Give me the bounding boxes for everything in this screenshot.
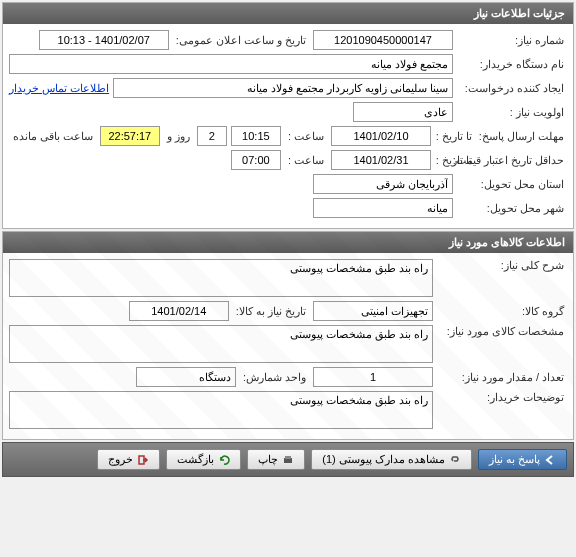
unit-input[interactable] <box>136 367 236 387</box>
action-bar: پاسخ به نیاز مشاهده مدارک پیوستی (1) چاپ… <box>2 442 574 477</box>
need-number-input[interactable] <box>313 30 453 50</box>
panel2-body: شرح کلی نیاز: گروه کالا: تاریخ نیاز به ک… <box>3 253 573 439</box>
priority-label: اولویت نیاز : <box>457 106 567 119</box>
priority-input[interactable] <box>353 102 453 122</box>
panel2-header: اطلاعات کالاهای مورد نیاز <box>3 232 573 253</box>
time-label-1: ساعت : <box>285 130 327 143</box>
goods-spec-label: مشخصات کالای مورد نیاز: <box>437 325 567 338</box>
need-by-date-input[interactable] <box>129 301 229 321</box>
exit-icon <box>137 454 149 466</box>
public-announce-label: تاریخ و ساعت اعلان عمومی: <box>173 34 309 47</box>
exit-button[interactable]: خروج <box>97 449 160 470</box>
printer-icon <box>282 454 294 466</box>
quantity-input[interactable] <box>313 367 433 387</box>
undo-icon <box>218 454 230 466</box>
arrow-left-icon <box>544 454 556 466</box>
days-and-label: روز و <box>164 130 193 143</box>
attachments-button[interactable]: مشاهده مدارک پیوستی (1) <box>311 449 472 470</box>
province-label: استان محل تحویل: <box>457 178 567 191</box>
province-input[interactable] <box>313 174 453 194</box>
time-label-2: ساعت : <box>285 154 327 167</box>
validity-label: حداقل تاریخ اعتبار قیمت: <box>479 154 567 167</box>
deadline-date-input[interactable] <box>331 126 431 146</box>
need-details-panel: جزئیات اطلاعات نیاز شماره نیاز: تاریخ و … <box>2 2 574 229</box>
validity-date-input[interactable] <box>331 150 431 170</box>
back-button-label: بازگشت <box>177 453 214 466</box>
to-date-label-1: تا تاریخ : <box>435 130 475 143</box>
goods-info-panel: اطلاعات کالاهای مورد نیاز شرح کلی نیاز: … <box>2 231 574 440</box>
svg-rect-1 <box>285 456 291 459</box>
buyer-org-input[interactable] <box>9 54 453 74</box>
paperclip-icon <box>449 454 461 466</box>
public-announce-input[interactable] <box>39 30 169 50</box>
respond-button-label: پاسخ به نیاز <box>489 453 540 466</box>
need-by-date-label: تاریخ نیاز به کالا: <box>233 305 309 318</box>
city-input[interactable] <box>313 198 453 218</box>
time-remaining-input[interactable] <box>100 126 160 146</box>
print-button-label: چاپ <box>258 453 278 466</box>
requester-label: ایجاد کننده درخواست: <box>457 82 567 95</box>
to-date-label-2: تا تاریخ : <box>435 154 475 167</box>
deadline-time-input[interactable] <box>231 126 281 146</box>
days-remaining-input[interactable] <box>197 126 227 146</box>
respond-button[interactable]: پاسخ به نیاز <box>478 449 567 470</box>
deadline-label: مهلت ارسال پاسخ: <box>479 130 567 143</box>
buyer-contact-link[interactable]: اطلاعات تماس خریدار <box>9 82 109 95</box>
city-label: شهر محل تحویل: <box>457 202 567 215</box>
general-desc-textarea[interactable] <box>9 259 433 297</box>
panel1-header: جزئیات اطلاعات نیاز <box>3 3 573 24</box>
unit-label: واحد شمارش: <box>240 371 309 384</box>
buyer-org-label: نام دستگاه خریدار: <box>457 58 567 71</box>
attachments-button-label: مشاهده مدارک پیوستی (1) <box>322 453 445 466</box>
panel1-body: شماره نیاز: تاریخ و ساعت اعلان عمومی: نا… <box>3 24 573 228</box>
goods-spec-textarea[interactable] <box>9 325 433 363</box>
validity-time-input[interactable] <box>231 150 281 170</box>
goods-group-label: گروه کالا: <box>437 305 567 318</box>
quantity-label: تعداد / مقدار مورد نیاز: <box>437 371 567 384</box>
general-desc-label: شرح کلی نیاز: <box>437 259 567 272</box>
need-number-label: شماره نیاز: <box>457 34 567 47</box>
exit-button-label: خروج <box>108 453 133 466</box>
print-button[interactable]: چاپ <box>247 449 305 470</box>
goods-group-input[interactable] <box>313 301 433 321</box>
back-button[interactable]: بازگشت <box>166 449 241 470</box>
remaining-label: ساعت باقی مانده <box>10 130 96 143</box>
buyer-notes-label: توضیحات خریدار: <box>437 391 567 404</box>
requester-input[interactable] <box>113 78 453 98</box>
buyer-notes-textarea[interactable] <box>9 391 433 429</box>
